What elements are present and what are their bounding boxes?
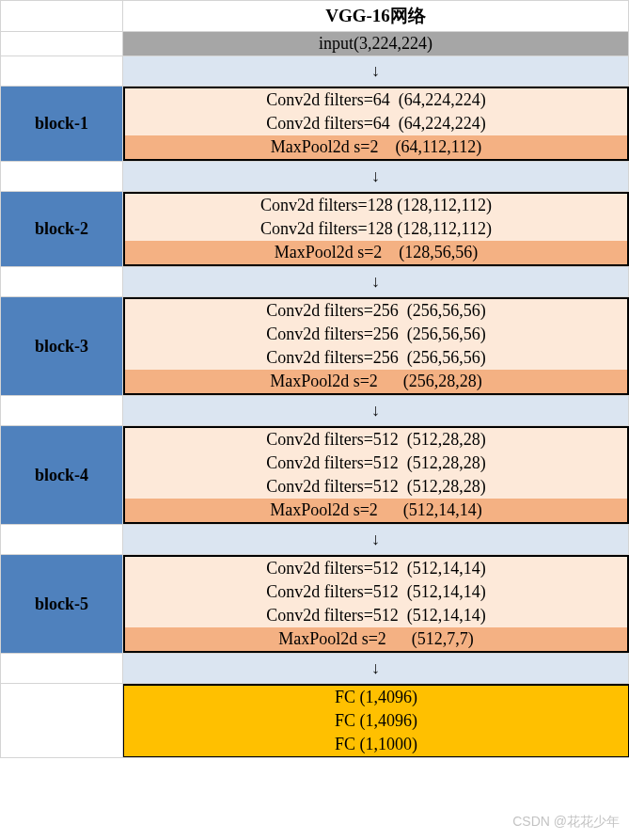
block-5-pool: MaxPool2d s=2 (512,7,7) [125,627,627,651]
input-layer: input(3,224,224) [123,32,629,55]
left-blank-fc [1,684,123,757]
block-2-conv-1: Conv2d filters=128 (128,112,112) [125,194,627,217]
block-1: Conv2d filters=64 (64,224,224) Conv2d fi… [123,87,629,161]
block-2-conv-2: Conv2d filters=128 (128,112,112) [125,217,627,241]
fc-2: FC (1,4096) [124,709,628,733]
block-5-conv-1: Conv2d filters=512 (512,14,14) [125,557,627,580]
fc-block: FC (1,4096) FC (1,4096) FC (1,1000) [123,684,629,757]
block-5-conv-2: Conv2d filters=512 (512,14,14) [125,580,627,604]
left-blank-arrow-4 [1,525,123,554]
block-1-label: block-1 [1,87,123,161]
arrow-down-icon: ↓ [123,525,629,554]
arrow-down-icon: ↓ [123,396,629,425]
block-1-pool: MaxPool2d s=2 (64,112,112) [125,135,627,159]
left-blank-title [1,1,123,31]
block-4-pool: MaxPool2d s=2 (512,14,14) [125,499,627,522]
left-blank-arrow-2 [1,267,123,296]
left-blank-arrow-3 [1,396,123,425]
block-4-conv-2: Conv2d filters=512 (512,28,28) [125,452,627,475]
block-5-conv-3: Conv2d filters=512 (512,14,14) [125,604,627,627]
block-4-conv-3: Conv2d filters=512 (512,28,28) [125,475,627,499]
block-4: Conv2d filters=512 (512,28,28) Conv2d fi… [123,426,629,524]
block-5: Conv2d filters=512 (512,14,14) Conv2d fi… [123,555,629,653]
block-3: Conv2d filters=256 (256,56,56) Conv2d fi… [123,297,629,395]
block-2-label: block-2 [1,192,123,266]
left-blank-arrow-0 [1,56,123,86]
fc-1: FC (1,4096) [124,686,628,709]
block-2-pool: MaxPool2d s=2 (128,56,56) [125,241,627,264]
arrow-down-icon: ↓ [123,162,629,191]
block-5-label: block-5 [1,555,123,653]
block-1-conv-2: Conv2d filters=64 (64,224,224) [125,112,627,135]
left-blank-input [1,32,123,55]
arrow-down-icon: ↓ [123,267,629,296]
block-3-conv-1: Conv2d filters=256 (256,56,56) [125,299,627,323]
vgg16-diagram: VGG-16网络 input(3,224,224) ↓ block-1 Conv… [0,0,629,758]
block-2: Conv2d filters=128 (128,112,112) Conv2d … [123,192,629,266]
block-3-label: block-3 [1,297,123,395]
arrow-down-icon: ↓ [123,654,629,683]
block-1-conv-1: Conv2d filters=64 (64,224,224) [125,88,627,112]
block-4-conv-1: Conv2d filters=512 (512,28,28) [125,428,627,452]
left-blank-arrow-5 [1,654,123,683]
block-3-conv-3: Conv2d filters=256 (256,56,56) [125,346,627,370]
fc-3: FC (1,1000) [124,733,628,756]
block-3-conv-2: Conv2d filters=256 (256,56,56) [125,323,627,346]
left-blank-arrow-1 [1,162,123,191]
block-4-label: block-4 [1,426,123,524]
diagram-title: VGG-16网络 [123,1,629,31]
block-3-pool: MaxPool2d s=2 (256,28,28) [125,370,627,393]
arrow-down-icon: ↓ [123,56,629,86]
